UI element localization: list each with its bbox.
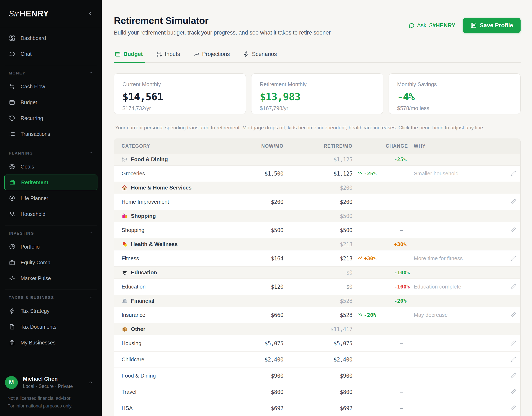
retire-value: $900	[284, 373, 352, 379]
divider	[5, 145, 97, 145]
group-row-other: Other$11,417	[114, 323, 520, 335]
chevron-up-icon	[88, 380, 93, 385]
table-row-food-dining: Food & Dining$900$900—	[114, 367, 520, 384]
retire-value: $500	[284, 227, 352, 233]
now-value: $164	[232, 255, 284, 262]
wallet-icon	[9, 99, 15, 105]
table-row-travel: Travel$800$800—	[114, 384, 520, 400]
sidebar-item-tax-strategy[interactable]: Tax Strategy	[4, 303, 97, 319]
why-text: Smaller household	[414, 170, 506, 177]
sidebar-item-chat[interactable]: Chat	[4, 46, 97, 62]
table-row-insurance: Insurance$660$528-20%May decrease	[114, 307, 520, 323]
sidebar-item-market-pulse[interactable]: Market Pulse	[4, 270, 97, 286]
row-category-label: Fitness	[114, 255, 232, 262]
sidebar-item-label: Cash Flow	[20, 84, 45, 90]
row-category-label: Education	[114, 284, 232, 290]
sidebar-item-my-businesses[interactable]: My Businesses	[4, 335, 97, 350]
activity-pulse-icon	[9, 275, 15, 281]
edit-row-button[interactable]	[510, 389, 516, 395]
bank-landmark-icon	[10, 179, 16, 186]
section-header-investing[interactable]: INVESTING	[4, 229, 97, 239]
edit-row-button[interactable]	[510, 255, 516, 262]
sidebar-item-label: Market Pulse	[20, 275, 51, 281]
no-change-dash: —	[394, 227, 414, 233]
pencil-icon	[510, 284, 516, 290]
avatar: M	[5, 376, 18, 389]
section-title: INVESTING	[9, 231, 34, 236]
sidebar-item-recurring[interactable]: Recurring	[4, 110, 97, 126]
group-change-value: -100%	[390, 269, 414, 276]
users-icon	[9, 211, 15, 217]
sidebar-item-goals[interactable]: Goals	[4, 159, 97, 175]
sidebar-item-household[interactable]: Household	[4, 206, 97, 222]
edit-row-button[interactable]	[510, 199, 516, 205]
sidebar-item-life-planner[interactable]: Life Planner	[4, 190, 97, 206]
tab-projections[interactable]: Projections	[193, 48, 232, 63]
sidebar-item-equity-comp[interactable]: Equity Comp	[4, 255, 97, 270]
section-header-planning[interactable]: PLANNING	[4, 149, 97, 159]
sidebar-item-transactions[interactable]: Transactions	[4, 126, 97, 142]
ask-sirhenry-button[interactable]: Ask SirHENRY	[408, 22, 456, 29]
bank-building-icon	[122, 298, 128, 304]
trending-up-icon	[193, 51, 200, 57]
sidebar-item-label: Equity Comp	[20, 260, 50, 266]
stat-card-monthly-savings: Monthly Savings -4% $578/mo less	[389, 73, 521, 114]
tab-scenarios[interactable]: Scenarios	[242, 48, 279, 63]
stat-label: Monthly Savings	[397, 81, 512, 88]
sidebar-item-budget[interactable]: Budget	[4, 94, 97, 110]
main-content: Retirement Simulator Build your retireme…	[102, 0, 532, 416]
stat-label: Current Monthly	[122, 81, 237, 88]
table-row-shopping: Shopping$500$500—	[114, 222, 520, 238]
edit-row-button[interactable]	[510, 340, 516, 347]
group-retire-value: $11,417	[284, 326, 352, 332]
profile-section[interactable]: M Michael Chen Local · Secure · Private	[0, 370, 102, 394]
section-header-money[interactable]: MONEY	[4, 69, 97, 79]
edit-row-button[interactable]	[510, 312, 516, 318]
group-retire-value: $528	[284, 298, 352, 304]
page-subtitle: Build your retirement budget, track your…	[114, 30, 331, 36]
now-value: $5,075	[232, 340, 284, 347]
sidebar-item-portfolio[interactable]: Portfolio	[4, 239, 97, 255]
tab-inputs[interactable]: Inputs	[155, 48, 182, 63]
edit-row-button[interactable]	[510, 284, 516, 290]
group-change-value: -25%	[390, 156, 414, 162]
sidebar-collapse-button[interactable]	[87, 10, 93, 17]
no-change-dash: —	[394, 199, 414, 205]
edit-row-button[interactable]	[510, 170, 516, 177]
sidebar-item-label: Life Planner	[20, 195, 48, 201]
budget-table: CATEGORY NOW/MO RETIRE/MO CHANGE WHY Foo…	[114, 139, 521, 416]
now-value: $692	[232, 405, 284, 411]
group-change-value: +30%	[390, 241, 414, 247]
group-category-label: Financial	[131, 298, 154, 304]
tab-budget[interactable]: Budget	[114, 48, 145, 63]
rotate-ccw-icon	[9, 115, 15, 121]
pill-icon	[122, 241, 128, 248]
zap-icon	[9, 308, 15, 314]
column-category: CATEGORY	[114, 143, 232, 149]
group-row-health-wellness: Health & Wellness$213+30%	[114, 238, 520, 250]
disclaimer: Not a licensed financial advisor. For in…	[0, 394, 102, 416]
row-category-label: Food & Dining	[114, 373, 232, 379]
pencil-icon	[510, 357, 516, 363]
trend-down-icon	[358, 170, 362, 177]
retire-value: $5,075	[284, 340, 352, 347]
stat-value: $13,983	[260, 91, 375, 103]
chat-bubble-icon	[9, 51, 15, 57]
save-profile-label: Save Profile	[480, 22, 513, 29]
edit-row-button[interactable]	[510, 373, 516, 379]
sidebar-item-tax-documents[interactable]: Tax Documents	[4, 319, 97, 335]
edit-row-button[interactable]	[510, 405, 516, 411]
retire-value: $2,400	[284, 357, 352, 363]
edit-row-button[interactable]	[510, 357, 516, 363]
save-profile-button[interactable]: Save Profile	[463, 18, 521, 33]
sidebar-item-dashboard[interactable]: Dashboard	[4, 30, 97, 46]
sidebar-item-cash-flow[interactable]: Cash Flow	[4, 79, 97, 94]
edit-row-button[interactable]	[510, 227, 516, 233]
ask-brand: SirHENRY	[429, 22, 456, 29]
target-icon	[9, 163, 15, 170]
wallet-icon	[115, 51, 121, 57]
sidebar-nav: DashboardChatMONEYCash FlowBudgetRecurri…	[0, 27, 102, 370]
sidebar-item-retirement[interactable]: Retirement	[4, 175, 97, 190]
profile-expand-button[interactable]	[88, 380, 93, 385]
section-header-taxes-business[interactable]: TAXES & BUSINESS	[4, 293, 97, 303]
